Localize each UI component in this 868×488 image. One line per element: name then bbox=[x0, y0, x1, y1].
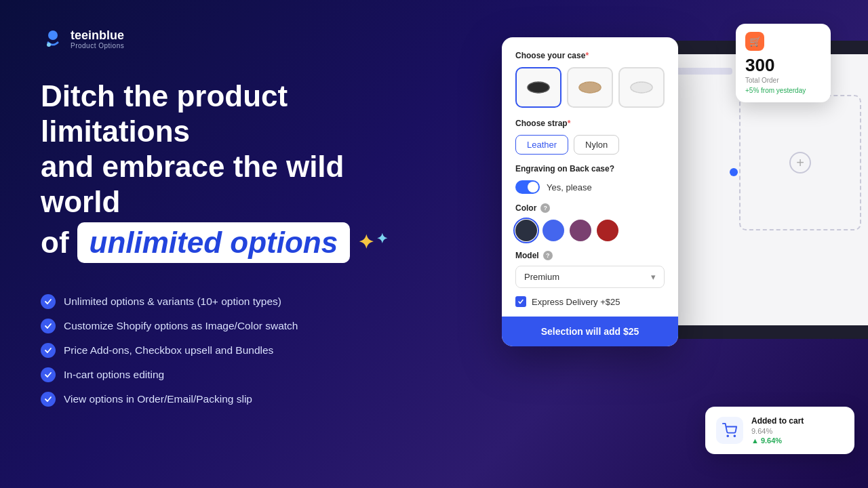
feature-item-3: Price Add-ons, Checkbox upsell and Bundl… bbox=[41, 343, 407, 358]
logo-area: teeinblue Product Options bbox=[41, 27, 407, 52]
total-growth: +5% from yesterday bbox=[745, 87, 821, 94]
blue-dot bbox=[730, 168, 738, 176]
color-label-row: Color ? bbox=[515, 203, 665, 213]
unlimited-text: unlimited options bbox=[77, 222, 351, 263]
case-options[interactable] bbox=[515, 67, 665, 108]
check-icon-5 bbox=[41, 392, 56, 407]
model-value: Premium bbox=[524, 272, 559, 282]
cart-title: Added to cart bbox=[751, 416, 804, 426]
headline-line1: Ditch the product limitations bbox=[41, 79, 407, 149]
check-icon-3 bbox=[41, 343, 56, 358]
headline-line3-prefix: of bbox=[41, 225, 69, 260]
total-label: Total Order bbox=[745, 77, 821, 84]
chevron-down-icon: ▾ bbox=[651, 272, 656, 282]
feature-item-5: View options in Order/Email/Packing slip bbox=[41, 392, 407, 407]
cart-percent: 9.64% bbox=[751, 427, 804, 435]
express-checkbox[interactable] bbox=[515, 296, 526, 307]
headline-line2: and embrace the wild world bbox=[41, 149, 407, 220]
model-select[interactable]: Premium ▾ bbox=[515, 266, 665, 288]
cart-growth: ▲ 9.64% bbox=[751, 436, 804, 445]
color-swatch-purple[interactable] bbox=[570, 220, 591, 241]
case-option-2[interactable] bbox=[567, 67, 613, 108]
express-row[interactable]: Express Delivery +$25 bbox=[515, 296, 665, 317]
svg-point-8 bbox=[727, 435, 728, 436]
logo-brand: teeinblue bbox=[71, 29, 124, 43]
svg-point-9 bbox=[734, 435, 735, 436]
color-swatch-blue[interactable] bbox=[542, 220, 564, 241]
plus-circle-icon: + bbox=[789, 152, 811, 174]
feature-label-1: Unlimited options & variants (10+ option… bbox=[64, 296, 281, 308]
color-swatch-red[interactable] bbox=[597, 220, 618, 241]
required-marker-strap: * bbox=[568, 119, 571, 128]
engraving-section-label: Engraving on Back case? bbox=[515, 164, 665, 174]
options-card: Choose your case* bbox=[502, 37, 678, 346]
features-list: Unlimited options & variants (10+ option… bbox=[41, 294, 407, 407]
cart-info: Added to cart 9.64% ▲ 9.64% bbox=[751, 416, 804, 445]
logo-text-area: teeinblue Product Options bbox=[71, 29, 124, 50]
strap-options[interactable]: Leather Nylon bbox=[515, 135, 665, 155]
case-option-1[interactable] bbox=[515, 67, 561, 108]
model-label: Model bbox=[515, 251, 539, 260]
feature-item-4: In-cart options editing bbox=[41, 367, 407, 382]
choose-strap-label: Choose strap* bbox=[515, 119, 665, 128]
logo-icon bbox=[41, 27, 65, 52]
check-icon-2 bbox=[41, 319, 56, 333]
model-label-row: Model ? bbox=[515, 251, 665, 260]
total-order-card: 🛒 300 Total Order +5% from yesterday bbox=[736, 24, 831, 102]
strap-leather-btn[interactable]: Leather bbox=[515, 135, 568, 155]
color-label: Color bbox=[515, 203, 536, 213]
engraving-toggle-label: Yes, please bbox=[547, 182, 592, 192]
feature-label-4: In-cart options editing bbox=[64, 369, 164, 381]
model-question-icon[interactable]: ? bbox=[543, 251, 553, 260]
star-icon-large: ✦ bbox=[358, 231, 374, 253]
added-to-cart-card: Added to cart 9.64% ▲ 9.64% bbox=[705, 407, 854, 454]
strap-nylon-btn[interactable]: Nylon bbox=[574, 135, 619, 155]
toggle-knob bbox=[528, 182, 538, 192]
check-icon-1 bbox=[41, 294, 56, 309]
logo-sub: Product Options bbox=[71, 42, 124, 49]
feature-label-5: View options in Order/Email/Packing slip bbox=[64, 393, 252, 405]
feature-item-2: Customize Shopify options as Image/Color… bbox=[41, 319, 407, 333]
choose-case-label: Choose your case* bbox=[515, 51, 665, 60]
star-decorations: ✦ ✦ bbox=[358, 231, 388, 253]
add-to-cart-button[interactable]: Selection will add $25 bbox=[502, 317, 678, 346]
color-question-icon[interactable]: ? bbox=[540, 203, 550, 213]
check-icon-4 bbox=[41, 367, 56, 382]
left-panel: teeinblue Product Options Ditch the prod… bbox=[0, 0, 448, 488]
engraving-toggle[interactable] bbox=[515, 180, 540, 194]
total-number: 300 bbox=[745, 56, 821, 74]
svg-point-1 bbox=[47, 43, 51, 47]
order-icon: 🛒 bbox=[745, 32, 764, 51]
svg-point-0 bbox=[48, 30, 58, 40]
feature-item-1: Unlimited options & variants (10+ option… bbox=[41, 294, 407, 309]
feature-label-3: Price Add-ons, Checkbox upsell and Bundl… bbox=[64, 344, 273, 357]
right-panel: + Choose your case* bbox=[434, 0, 868, 488]
required-marker-case: * bbox=[585, 51, 589, 60]
headline-line3: of unlimited options ✦ ✦ bbox=[41, 222, 407, 263]
color-swatches[interactable] bbox=[515, 220, 665, 241]
headline: Ditch the product limitations and embrac… bbox=[41, 79, 407, 263]
engraving-row: Yes, please bbox=[515, 180, 665, 194]
case-option-3[interactable] bbox=[618, 67, 665, 108]
color-swatch-dark[interactable] bbox=[515, 220, 537, 241]
cart-icon-circle bbox=[716, 417, 743, 444]
screen-dashed-box: + bbox=[739, 95, 861, 230]
feature-label-2: Customize Shopify options as Image/Color… bbox=[64, 320, 298, 332]
express-label: Express Delivery +$25 bbox=[532, 297, 620, 307]
star-icon-small: ✦ bbox=[376, 231, 388, 253]
